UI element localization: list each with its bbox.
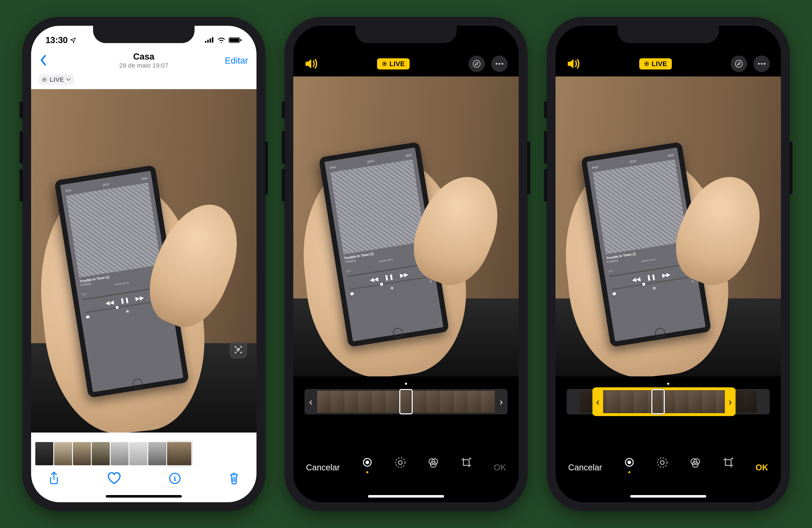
key-frame-dot — [405, 383, 407, 385]
cancel-button[interactable]: Cancelar — [306, 463, 340, 472]
mode-filters-button[interactable] — [425, 457, 442, 478]
volume-up-button[interactable] — [282, 131, 285, 164]
more-icon — [495, 63, 504, 65]
home-indicator[interactable] — [630, 495, 706, 498]
volume-down-button[interactable] — [544, 169, 547, 202]
live-scrubber[interactable]: ‹ › — [304, 389, 508, 414]
notch — [355, 26, 457, 43]
phone-editor-1: LIVE iPod19:0782% Trouble In Town EColdp… — [285, 17, 527, 511]
favorite-button[interactable] — [107, 472, 121, 485]
thumbnail — [148, 442, 166, 465]
markup-button[interactable] — [468, 56, 485, 72]
mode-crop-button[interactable] — [458, 457, 475, 478]
mode-adjust-button[interactable] — [654, 457, 671, 478]
delete-button[interactable] — [229, 472, 240, 486]
mute-switch[interactable] — [282, 101, 285, 118]
mute-switch[interactable] — [20, 101, 23, 118]
mode-live-button[interactable] — [359, 457, 376, 478]
visual-lookup-icon — [234, 345, 243, 354]
live-mode-icon — [362, 457, 373, 468]
mode-filters-button[interactable] — [687, 457, 704, 478]
trim-handle-right[interactable]: › — [495, 389, 508, 414]
volume-down-button[interactable] — [20, 169, 23, 202]
edit-viewport[interactable]: iPod19:0782% Trouble In Town EColdplay ▸… — [555, 76, 781, 376]
mode-live-button[interactable] — [621, 457, 638, 478]
filters-icon — [690, 457, 701, 468]
live-scrubber-area: ‹ › — [293, 383, 519, 429]
nav-bar: Casa 28 de maio 19:07 Editar — [31, 49, 257, 72]
key-frame-indicator[interactable] — [651, 389, 665, 414]
svg-point-10 — [383, 63, 386, 65]
photo-viewport[interactable]: iPod19:0782% Trouble In Town EColdplay ▸… — [31, 89, 257, 433]
share-icon — [48, 471, 60, 485]
live-badge[interactable]: LIVE — [639, 58, 671, 70]
svg-point-12 — [473, 60, 480, 67]
thumbnail — [35, 442, 53, 465]
status-time: 13:30 — [45, 35, 68, 45]
ipod-time: 19:07 — [103, 182, 111, 187]
svg-point-23 — [646, 63, 648, 65]
power-button[interactable] — [789, 141, 792, 194]
wifi-icon — [217, 37, 226, 43]
location-icon — [70, 37, 76, 43]
trim-handle-left[interactable]: ‹ — [593, 389, 603, 414]
home-indicator[interactable] — [368, 495, 444, 498]
trim-handle-left[interactable]: ‹ — [304, 389, 317, 414]
ok-button[interactable]: OK — [756, 463, 768, 472]
crop-icon — [723, 457, 734, 468]
svg-point-18 — [396, 458, 405, 467]
edit-viewport[interactable]: iPod19:0782% Trouble In Town EColdplay ▸… — [293, 76, 519, 376]
bottom-toolbar — [31, 469, 257, 489]
thumbnail-strip[interactable] — [31, 441, 257, 466]
mode-adjust-button[interactable] — [392, 457, 409, 478]
thumbnail-selected — [167, 442, 191, 465]
live-photo: iPod19:0782% Trouble In Town EColdplay ▸… — [31, 89, 257, 433]
mode-crop-button[interactable] — [720, 457, 737, 478]
info-button[interactable] — [169, 472, 181, 485]
info-icon — [169, 472, 181, 484]
trim-handle-right[interactable]: › — [725, 389, 736, 414]
cancel-button[interactable]: Cancelar — [568, 463, 602, 472]
sound-on-icon[interactable] — [304, 58, 318, 70]
live-scrubber-trimmed[interactable]: ‹ › — [567, 389, 770, 414]
edit-button[interactable]: Editar — [225, 56, 248, 66]
dolby-label: Dolby Atmos — [117, 281, 129, 285]
back-button[interactable] — [40, 55, 47, 66]
mute-switch[interactable] — [544, 101, 547, 118]
more-button[interactable] — [491, 56, 508, 72]
phone-viewer: 13:30 Casa 28 de maio 19:07 Editar LIVE — [22, 17, 265, 511]
notch — [93, 26, 194, 43]
live-badge-button[interactable]: LIVE — [39, 74, 74, 85]
nav-subtitle: 28 de maio 19:07 — [119, 62, 168, 69]
volume-down-button[interactable] — [282, 169, 285, 202]
more-button[interactable] — [753, 56, 770, 72]
live-scrubber-area: ‹ › — [555, 383, 781, 429]
battery-icon — [229, 37, 242, 43]
edit-top-bar: LIVE — [555, 53, 781, 74]
svg-point-32 — [661, 461, 664, 465]
more-icon — [757, 63, 766, 65]
markup-icon — [473, 60, 481, 68]
heart-icon — [107, 472, 121, 485]
sound-on-icon[interactable] — [566, 58, 580, 70]
cellular-icon — [205, 37, 214, 43]
visual-lookup-button[interactable] — [229, 341, 247, 359]
power-button[interactable] — [265, 141, 268, 194]
trimmed-region-right — [736, 391, 757, 413]
thumbnail — [129, 442, 147, 465]
live-photo: iPod19:0782% Trouble In Town EColdplay ▸… — [555, 76, 781, 376]
svg-point-26 — [758, 63, 760, 65]
volume-up-button[interactable] — [544, 131, 547, 164]
key-frame-indicator[interactable] — [399, 389, 413, 414]
power-button[interactable] — [527, 141, 530, 194]
home-indicator[interactable] — [106, 495, 182, 498]
adjust-icon — [395, 457, 406, 468]
rewind-icon: ◀◀ — [105, 299, 114, 307]
live-badge[interactable]: LIVE — [377, 58, 409, 70]
share-button[interactable] — [48, 471, 60, 486]
notch — [618, 26, 719, 43]
nav-title: Casa — [119, 52, 168, 61]
volume-up-button[interactable] — [20, 131, 23, 164]
ok-button[interactable]: OK — [494, 463, 506, 472]
markup-button[interactable] — [730, 56, 747, 72]
